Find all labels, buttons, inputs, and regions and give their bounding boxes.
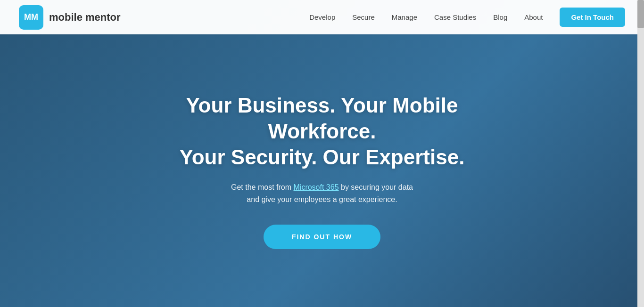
logo-area[interactable]: MM mobile mentor: [19, 5, 121, 30]
site-header: MM mobile mentor Develop Secure Manage C…: [0, 0, 644, 34]
scrollbar[interactable]: [637, 0, 644, 307]
nav-item-manage[interactable]: Manage: [392, 13, 417, 21]
find-out-how-button[interactable]: FIND OUT HOW: [264, 225, 380, 249]
logo-icon: MM: [19, 5, 43, 30]
get-in-touch-button[interactable]: Get In Touch: [560, 8, 625, 27]
nav-item-case-studies[interactable]: Case Studies: [434, 13, 476, 21]
nav-item-secure[interactable]: Secure: [352, 13, 375, 21]
nav-item-develop[interactable]: Develop: [309, 13, 335, 21]
main-nav: Develop Secure Manage Case Studies Blog …: [309, 8, 625, 27]
microsoft-365-link[interactable]: Microsoft 365: [294, 183, 339, 191]
hero-content: Your Business. Your Mobile Workforce. Yo…: [0, 0, 644, 307]
scrollbar-thumb[interactable]: [637, 0, 644, 28]
hero-section: MM mobile mentor Develop Secure Manage C…: [0, 0, 644, 307]
hero-subtitle: Get the most from Microsoft 365 by secur…: [231, 181, 413, 205]
hero-title: Your Business. Your Mobile Workforce. Yo…: [133, 92, 511, 170]
nav-item-blog[interactable]: Blog: [493, 13, 507, 21]
nav-item-about[interactable]: About: [524, 13, 543, 21]
logo-text: mobile mentor: [49, 11, 121, 24]
